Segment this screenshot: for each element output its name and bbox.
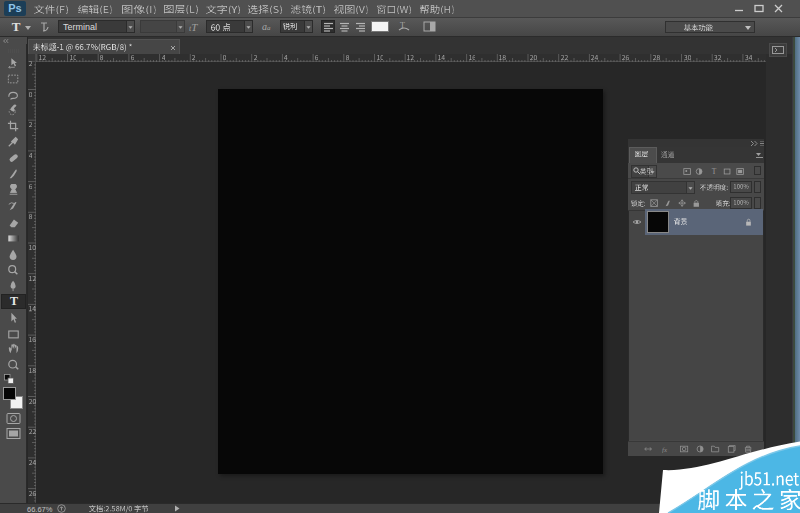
svg-text:T: T	[400, 21, 405, 30]
svg-text:T: T	[712, 167, 717, 176]
